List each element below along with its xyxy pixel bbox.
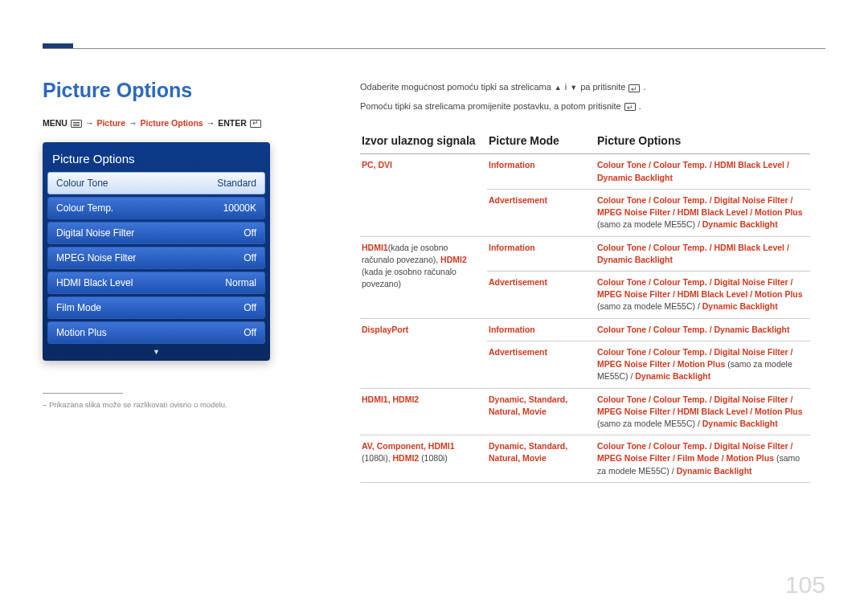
panel-row-label: HDMI Black Level [56,277,133,288]
panel-row-label: Colour Temp. [56,202,113,214]
page-title: Picture Options [43,79,332,102]
intro-line-2: Pomoću tipki sa strelicama promijenite p… [360,100,810,114]
breadcrumb-picture-options: Picture Options [141,118,203,128]
panel-row-motion-plus[interactable]: Motion PlusOff [47,321,265,344]
th-mode: Picture Mode [487,129,596,154]
scroll-down-icon: ▼ [47,346,265,356]
panel-row-label: MPEG Noise Filter [56,252,136,264]
panel-row-film-mode[interactable]: Film ModeOff [47,296,265,319]
menu-icon [71,120,82,128]
panel-row-value: Off [244,227,256,239]
panel-row-label: Colour Tone [56,178,108,189]
footnote-text: Prikazana slika može se razlikovati ovis… [43,400,332,409]
table-row: HDMI1(kada je osobno računalo povezano),… [360,236,810,271]
panel-row-value: Off [244,302,256,313]
panel-row-value: Off [244,327,256,338]
table-row: AV, Component, HDMI1 (1080i), HDMI2 (108… [360,435,810,483]
panel-row-label: Digital Noise Filter [56,227,134,239]
th-source: Izvor ulaznog signala [360,129,487,154]
left-column: Picture Options MENU → Picture → Picture… [43,48,332,409]
table-row: HDMI1, HDMI2 Dynamic, Standard, Natural,… [360,388,810,435]
enter-icon [250,120,261,128]
th-options: Picture Options [596,129,810,154]
panel-row-label: Motion Plus [56,327,107,338]
panel-row-colour-tone[interactable]: Colour ToneStandard [47,172,265,194]
osd-panel: Picture Options Colour ToneStandardColou… [43,142,270,361]
breadcrumb: MENU → Picture → Picture Options → ENTER [43,118,332,128]
breadcrumb-menu: MENU [43,118,68,128]
panel-row-value: 10000K [223,202,256,214]
panel-row-colour-temp-[interactable]: Colour Temp.10000K [47,197,265,219]
table-row: DisplayPort Information Colour Tone / Co… [360,318,810,341]
page-number: 105 [785,571,825,599]
table-row: PC, DVI Information Colour Tone / Colour… [360,154,810,189]
options-table: Izvor ulaznog signala Picture Mode Pictu… [360,129,810,483]
enter-icon [628,84,640,92]
panel-row-label: Film Mode [56,302,101,313]
panel-row-hdmi-black-level[interactable]: HDMI Black LevelNormal [47,272,265,294]
panel-row-value: Normal [225,277,256,288]
right-column: Odaberite mogućnost pomoću tipki sa stre… [360,80,810,483]
panel-row-digital-noise-filter[interactable]: Digital Noise FilterOff [47,222,265,244]
arrow-down-icon: ▼ [570,82,577,93]
panel-row-value: Standard [217,178,256,189]
enter-icon [624,103,636,111]
footnote-divider [43,393,123,394]
panel-title: Picture Options [47,147,265,172]
arrow-up-icon: ▲ [555,82,562,93]
breadcrumb-enter: ENTER [218,118,247,128]
panel-row-mpeg-noise-filter[interactable]: MPEG Noise FilterOff [47,247,265,269]
breadcrumb-picture: Picture [96,118,125,128]
intro-line-1: Odaberite mogućnost pomoću tipki sa stre… [360,80,810,95]
panel-row-value: Off [244,252,256,264]
